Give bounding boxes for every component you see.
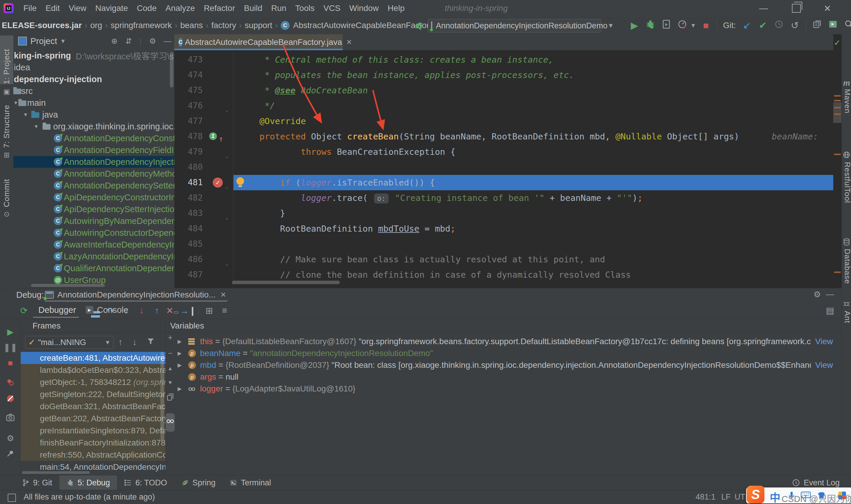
- gear-icon[interactable]: ⚙: [149, 37, 156, 46]
- scrollbar-thumb[interactable]: [31, 284, 105, 287]
- profiler-button[interactable]: [674, 19, 690, 31]
- scroll-down-icon[interactable]: ▼: [165, 380, 175, 386]
- tree-item[interactable]: CLazyAnnotationDependencyInjec: [13, 251, 174, 262]
- sidebar-item-structure[interactable]: 7: Structure: [0, 98, 13, 148]
- drop-frame-icon[interactable]: ✕▭: [165, 305, 180, 316]
- error-stripe-mark[interactable]: [834, 100, 841, 101]
- resume-icon[interactable]: ▶: [0, 327, 21, 337]
- tree-item[interactable]: ▼org.xiaoge.thinking.in.spring.ioc.dep: [13, 121, 174, 132]
- sogou-logo-icon[interactable]: S: [747, 486, 764, 503]
- remove-watch-icon[interactable]: −: [165, 349, 175, 358]
- line-number[interactable]: 482: [174, 190, 203, 205]
- grid-icon[interactable]: ⊞: [0, 151, 13, 159]
- breadcrumb-item[interactable]: beans: [179, 21, 204, 30]
- tool-window-button-terminal[interactable]: Terminal: [222, 475, 278, 490]
- layout-icon[interactable]: ▤: [826, 305, 834, 316]
- error-stripe-mark[interactable]: [834, 154, 841, 155]
- sidebar-item-project[interactable]: 1: Project: [0, 35, 13, 84]
- variable-row[interactable]: ▶this = {DefaultListableBeanFactory@1607…: [166, 336, 842, 347]
- tree-item[interactable]: ▼java: [13, 109, 174, 121]
- chevron-down-icon[interactable]: ▼: [60, 38, 66, 44]
- hide-panel-icon[interactable]: —: [164, 37, 171, 46]
- line-number[interactable]: 486: [174, 252, 203, 267]
- minimize-icon[interactable]: —: [758, 3, 769, 13]
- tree-item[interactable]: CAutowiringConstructorDepender: [13, 227, 174, 239]
- tree-item[interactable]: CAnnotationDependencyInjection: [13, 156, 174, 168]
- tab-debugger[interactable]: Debugger: [33, 302, 81, 318]
- step-out-icon[interactable]: ↑: [149, 305, 165, 316]
- tool-window-button-spring[interactable]: Spring: [174, 475, 222, 490]
- stop-button[interactable]: ■: [698, 20, 714, 31]
- sidebar-item-commit[interactable]: Commit: [0, 161, 13, 207]
- frame-row[interactable]: doGetBean:321, AbstractBeanFactor: [21, 400, 165, 412]
- close-icon[interactable]: ✕: [346, 38, 352, 47]
- editor-tab[interactable]: C AbstractAutowireCapableBeanFactory.jav…: [174, 34, 343, 50]
- close-icon[interactable]: ✕: [220, 291, 226, 299]
- tree-item[interactable]: CQualifierAnnotationDependency: [13, 262, 174, 274]
- tree-item[interactable]: CAnnotationDependencySetterInj: [13, 180, 174, 192]
- scrollbar-thumb[interactable]: [22, 471, 90, 474]
- recent-locations-icon[interactable]: [809, 20, 825, 31]
- inspect-arrows-icon[interactable]: [413, 20, 425, 32]
- chevron-expanded-icon[interactable]: ▼: [34, 124, 39, 130]
- line-number[interactable]: 474: [174, 67, 203, 83]
- scrollbar-thumb[interactable]: [833, 102, 841, 123]
- run-button[interactable]: ▶: [627, 20, 642, 31]
- pin-icon[interactable]: [0, 449, 21, 460]
- run-to-cursor-icon[interactable]: →❙: [180, 305, 195, 316]
- error-stripe-mark[interactable]: [834, 95, 841, 96]
- inspections-ok-icon[interactable]: ✓: [834, 38, 840, 48]
- line-number[interactable]: 477: [174, 113, 203, 129]
- evaluate-expression-icon[interactable]: ⊞: [201, 305, 217, 316]
- tree-item[interactable]: src: [13, 85, 174, 97]
- up-stack-icon[interactable]: ↑: [118, 337, 123, 347]
- gear-icon[interactable]: ⚙: [813, 289, 821, 299]
- menu-refactor[interactable]: Refactor: [199, 0, 240, 17]
- error-stripe-mark[interactable]: [834, 113, 841, 115]
- line-number[interactable]: 479: [174, 144, 203, 160]
- frame-row[interactable]: createBean:481, AbstractAutowireCa: [21, 352, 165, 364]
- menu-build[interactable]: Build: [239, 0, 267, 17]
- run-configuration-select[interactable]: AnnotationDependencyInjectionResolutionD…: [428, 19, 601, 33]
- menu-edit[interactable]: Edit: [41, 0, 64, 17]
- menu-analyze[interactable]: Analyze: [161, 0, 199, 17]
- error-stripe-mark[interactable]: [834, 271, 841, 273]
- menu-tools[interactable]: Tools: [291, 0, 319, 17]
- restore-icon[interactable]: [792, 4, 801, 13]
- frame-row[interactable]: getBean:202, AbstractBeanFactory (: [21, 412, 165, 425]
- menu-view[interactable]: View: [64, 0, 91, 17]
- breakpoint-icon[interactable]: ✓: [213, 178, 223, 187]
- thread-selector[interactable]: ✓ "mai...NNING ▼: [25, 336, 114, 349]
- line-number[interactable]: 476: [174, 98, 203, 113]
- line-number[interactable]: 478: [174, 129, 203, 144]
- tree-item[interactable]: CApiDependencySetterInjectionD: [13, 203, 174, 215]
- breadcrumb-item[interactable]: support: [243, 21, 273, 30]
- line-number[interactable]: 480: [174, 160, 203, 175]
- line-number[interactable]: 487: [174, 267, 203, 283]
- menu-run[interactable]: Run: [267, 0, 291, 17]
- caret-position[interactable]: 481:1: [695, 492, 716, 502]
- run-anything-icon[interactable]: [825, 20, 841, 31]
- layout-settings-icon[interactable]: ≡: [217, 305, 232, 316]
- frame-row[interactable]: getObject:-1, 758348212 (org.spring: [21, 376, 165, 388]
- watches-toggle-icon[interactable]: [166, 413, 175, 432]
- menu-navigate[interactable]: Navigate: [91, 0, 133, 17]
- error-stripe-mark[interactable]: [834, 107, 841, 108]
- rerun-icon[interactable]: ⟳: [16, 305, 32, 316]
- scrollbar-thumb[interactable]: [160, 352, 164, 440]
- tree-item[interactable]: king-in-springD:\worksprace\极客学习\spring\: [13, 50, 174, 61]
- scrollbar-thumb[interactable]: [232, 281, 340, 284]
- gear-icon[interactable]: ⚙: [0, 433, 21, 443]
- view-link[interactable]: View: [815, 360, 833, 370]
- line-number[interactable]: 473: [174, 52, 203, 67]
- copy-stack-icon[interactable]: [165, 393, 175, 403]
- chevron-expanded-icon[interactable]: ▼: [23, 112, 28, 118]
- breadcrumb-item[interactable]: springframework: [110, 21, 173, 30]
- stop-icon[interactable]: ■: [0, 358, 21, 368]
- line-number[interactable]: 481: [174, 175, 203, 190]
- debug-button[interactable]: [642, 19, 658, 31]
- collapse-all-icon[interactable]: ⇵: [125, 37, 132, 46]
- locate-file-icon[interactable]: ⊕: [111, 37, 117, 46]
- menu-help[interactable]: Help: [383, 0, 409, 17]
- scrollbar-thumb[interactable]: [170, 52, 174, 87]
